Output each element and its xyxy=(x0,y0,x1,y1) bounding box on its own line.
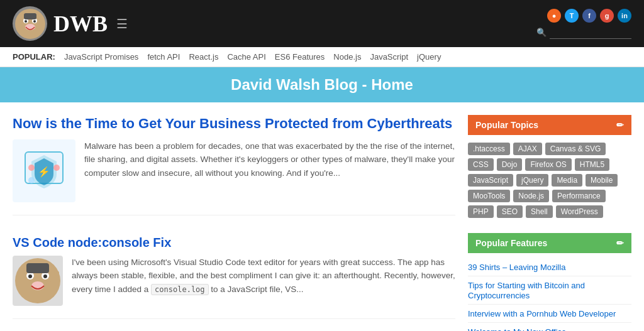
svg-rect-6 xyxy=(24,13,36,19)
popular-features-title: Popular Features xyxy=(475,238,547,248)
article-1-body: ⚡ Malware has been a problem for decades… xyxy=(13,139,455,202)
search-bar: 🔍 xyxy=(536,26,631,39)
nav-link-js-promises[interactable]: JavaScript Promises xyxy=(64,52,138,62)
article-2-excerpt: I've been using Microsoft's Visual Studi… xyxy=(72,256,455,296)
article-1-thumbnail: ⚡ xyxy=(13,139,75,202)
logo-avatar xyxy=(13,6,47,41)
features-settings-icon[interactable]: ✏ xyxy=(616,238,624,248)
nav-link-es6[interactable]: ES6 Features xyxy=(275,52,325,62)
svg-point-15 xyxy=(28,274,32,278)
site-logo-text: DWB xyxy=(53,11,108,37)
popular-topics-section: Popular Topics ✏ .htaccess AJAX Canvas &… xyxy=(468,115,631,220)
popular-topics-title: Popular Topics xyxy=(475,120,538,130)
tag-ajax[interactable]: AJAX xyxy=(513,143,542,155)
header-left: DWB ☰ xyxy=(13,6,128,41)
svg-point-11 xyxy=(28,177,35,183)
list-item: Interview with a Pornhub Web Developer xyxy=(468,305,631,323)
svg-text:⚡: ⚡ xyxy=(38,166,50,178)
popular-features-section: Popular Features ✏ 39 Shirts – Leaving M… xyxy=(468,233,631,331)
tag-javascript[interactable]: JavaScript xyxy=(468,174,513,187)
rss-icon[interactable]: ● xyxy=(547,9,561,23)
tag-mobile[interactable]: Mobile xyxy=(586,174,618,187)
linkedin-icon[interactable]: in xyxy=(618,9,631,23)
twitter-icon[interactable]: T xyxy=(565,9,579,23)
popular-features-header: Popular Features ✏ xyxy=(468,233,631,253)
svg-point-3 xyxy=(25,20,27,23)
tag-nodejs[interactable]: Node.js xyxy=(513,190,549,202)
popular-features-list: 39 Shirts – Leaving Mozilla Tips for Sta… xyxy=(468,258,631,331)
tag-jquery[interactable]: jQuery xyxy=(516,174,548,187)
google-plus-icon[interactable]: g xyxy=(600,9,614,23)
tag-html5[interactable]: HTML5 xyxy=(575,158,609,171)
article-2-title[interactable]: VS Code node:console Fix xyxy=(13,234,455,251)
article-cyberthreats: Now is the Time to Get Your Business Pro… xyxy=(13,115,455,215)
tag-shell[interactable]: Shell xyxy=(526,205,553,218)
nav-link-react[interactable]: React.js xyxy=(189,52,218,62)
tag-cloud: .htaccess AJAX Canvas & SVG CSS Dojo Fir… xyxy=(468,140,631,220)
header-right: ● T f g in 🔍 xyxy=(536,9,631,39)
feature-link-3[interactable]: Interview with a Pornhub Web Developer xyxy=(468,309,616,318)
article-1-excerpt: Malware has been a problem for decades, … xyxy=(84,139,455,180)
popular-label: POPULAR: xyxy=(13,52,55,62)
code-snippet: console.log xyxy=(151,284,208,295)
nav-link-fetch[interactable]: fetch API xyxy=(147,52,180,62)
tag-htaccess[interactable]: .htaccess xyxy=(468,143,510,155)
svg-point-10 xyxy=(53,165,60,171)
nav-link-cache[interactable]: Cache API xyxy=(227,52,265,62)
tag-php[interactable]: PHP xyxy=(468,205,494,218)
article-2-body: I've been using Microsoft's Visual Studi… xyxy=(13,256,455,306)
feature-link-2[interactable]: Tips for Starting with Bitcoin and Crypt… xyxy=(468,281,585,300)
social-icons-group: ● T f g in xyxy=(547,9,631,23)
main-container: Now is the Time to Get Your Business Pro… xyxy=(0,102,644,331)
tag-performance[interactable]: Performance xyxy=(552,190,606,202)
feature-link-1[interactable]: 39 Shirts – Leaving Mozilla xyxy=(468,263,565,272)
svg-point-9 xyxy=(28,165,35,171)
popular-topics-header: Popular Topics ✏ xyxy=(468,115,631,135)
search-icon: 🔍 xyxy=(536,28,547,37)
tag-canvas-svg[interactable]: Canvas & SVG xyxy=(545,143,606,155)
article-1-title[interactable]: Now is the Time to Get Your Business Pro… xyxy=(13,115,455,133)
search-input[interactable] xyxy=(550,26,631,39)
feature-link-4[interactable]: Welcome to My New Office xyxy=(468,327,566,331)
svg-point-16 xyxy=(43,274,47,278)
topics-settings-icon[interactable]: ✏ xyxy=(616,120,624,130)
list-item: Tips for Starting with Bitcoin and Crypt… xyxy=(468,276,631,305)
tag-firefox-os[interactable]: Firefox OS xyxy=(525,158,571,171)
svg-point-4 xyxy=(33,20,36,23)
nav-link-javascript[interactable]: JavaScript xyxy=(370,52,408,62)
content-area: Now is the Time to Get Your Business Pro… xyxy=(13,115,468,331)
popular-nav: POPULAR: JavaScript Promises fetch API R… xyxy=(0,47,644,67)
svg-rect-18 xyxy=(26,263,49,273)
article-2-thumbnail xyxy=(13,256,63,306)
article-vscode: VS Code node:console Fix xyxy=(13,234,455,319)
hamburger-icon[interactable]: ☰ xyxy=(116,16,128,31)
svg-point-20 xyxy=(54,271,59,276)
list-item: Welcome to My New Office xyxy=(468,323,631,331)
facebook-icon[interactable]: f xyxy=(582,9,596,23)
nav-link-nodejs[interactable]: Node.js xyxy=(333,52,361,62)
tag-seo[interactable]: SEO xyxy=(497,205,523,218)
tag-wordpress[interactable]: WordPress xyxy=(556,205,603,218)
tag-mootools[interactable]: MooTools xyxy=(468,190,510,202)
hero-banner: David Walsh Blog - Home xyxy=(0,67,644,102)
list-item: 39 Shirts – Leaving Mozilla xyxy=(468,258,631,276)
hero-title: David Walsh Blog - Home xyxy=(9,76,635,94)
tag-media[interactable]: Media xyxy=(552,174,582,187)
sidebar: Popular Topics ✏ .htaccess AJAX Canvas &… xyxy=(468,115,631,331)
site-header: DWB ☰ ● T f g in 🔍 xyxy=(0,0,644,47)
nav-link-jquery[interactable]: jQuery xyxy=(417,52,441,62)
tag-dojo[interactable]: Dojo xyxy=(497,158,523,171)
tag-css[interactable]: CSS xyxy=(468,158,494,171)
